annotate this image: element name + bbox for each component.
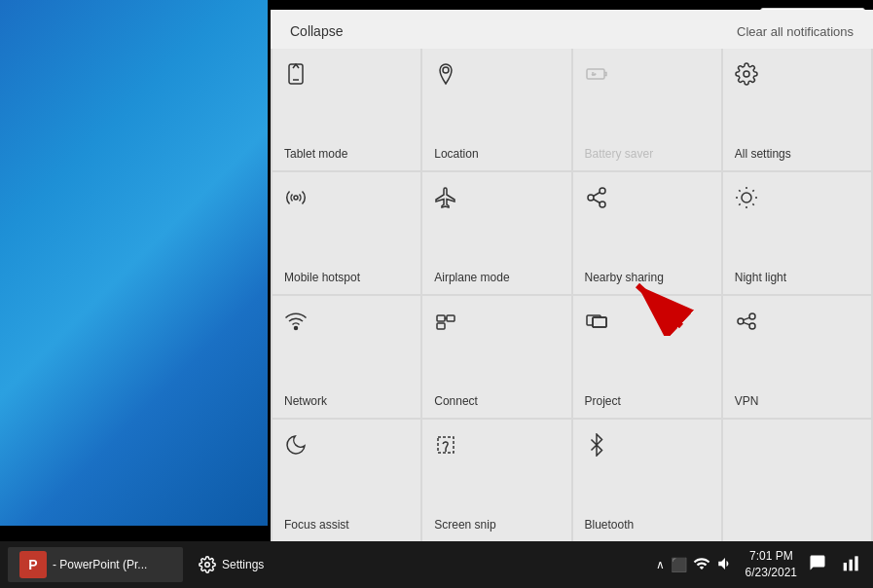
tile-screen-snip[interactable]: Screen snip	[422, 420, 570, 541]
taskbar-analytics-icon[interactable]	[838, 553, 865, 576]
ac-header: Collapse Clear all notifications	[271, 10, 873, 49]
all-settings-icon	[735, 62, 758, 92]
svg-rect-27	[593, 317, 606, 327]
svg-line-20	[752, 190, 753, 191]
svg-point-5	[744, 71, 749, 77]
tile-battery-saver-label: Battery saver	[585, 147, 654, 161]
powerpoint-icon: P	[19, 551, 47, 578]
tile-nearby-sharing-label: Nearby sharing	[585, 271, 664, 284]
taskbar-clock[interactable]: 7:01 PM 6/23/2021	[746, 548, 797, 581]
tile-tablet-mode-label: Tablet mode	[284, 147, 347, 161]
tile-night-light-label: Night light	[735, 271, 786, 284]
tile-bluetooth-label: Bluetooth	[585, 518, 635, 532]
taskbar-settings[interactable]: Settings	[187, 552, 275, 577]
mobile-hotspot-icon	[284, 186, 308, 215]
screen-snip-icon	[434, 433, 457, 462]
location-icon	[434, 62, 457, 92]
svg-point-30	[749, 313, 755, 319]
tile-airplane-mode[interactable]: Airplane mode	[422, 172, 570, 294]
display-icon[interactable]: ⬛	[671, 557, 687, 572]
svg-line-33	[744, 322, 749, 324]
svg-rect-0	[289, 64, 303, 84]
tile-battery-saver[interactable]: Battery saver	[573, 49, 721, 170]
tile-empty	[723, 420, 871, 541]
svg-rect-22	[437, 315, 445, 321]
tile-all-settings[interactable]: All settings	[723, 49, 871, 170]
quick-actions-grid: Tablet mode Location Battery saver	[271, 49, 873, 541]
taskbar-app-label: - PowerPoint (Pr...	[53, 558, 147, 571]
tile-location[interactable]: Location	[422, 49, 570, 170]
tile-nearby-sharing[interactable]: Nearby sharing	[573, 172, 721, 294]
night-light-icon	[735, 186, 758, 215]
connect-icon	[434, 310, 457, 339]
clear-all-button[interactable]: Clear all notifications	[737, 24, 854, 39]
volume-icon[interactable]	[716, 555, 734, 575]
bluetooth-icon	[585, 433, 608, 462]
svg-point-9	[600, 202, 605, 207]
taskbar-settings-label: Settings	[222, 558, 264, 571]
focus-assist-icon	[284, 433, 308, 462]
svg-line-10	[593, 200, 600, 203]
svg-line-19	[739, 203, 740, 204]
svg-line-11	[593, 193, 600, 197]
project-icon	[585, 310, 608, 339]
svg-rect-39	[850, 560, 853, 571]
tile-bluetooth[interactable]: Bluetooth	[573, 420, 721, 541]
svg-point-8	[588, 195, 594, 201]
tile-tablet-mode[interactable]: Tablet mode	[273, 49, 420, 170]
notification-center-icon[interactable]	[801, 554, 834, 575]
svg-line-32	[744, 317, 749, 319]
wifi-icon[interactable]	[693, 555, 710, 575]
svg-point-21	[295, 327, 298, 330]
tile-airplane-mode-label: Airplane mode	[434, 271, 509, 284]
nearby-sharing-icon	[585, 186, 608, 215]
svg-point-2	[443, 67, 449, 73]
clock-time: 7:01 PM	[746, 548, 797, 565]
tile-focus-assist[interactable]: Focus assist	[273, 420, 420, 541]
taskbar-powerpoint[interactable]: P - PowerPoint (Pr...	[8, 547, 183, 582]
tile-mobile-hotspot-label: Mobile hotspot	[284, 271, 360, 284]
tile-network-label: Network	[284, 394, 327, 408]
svg-line-16	[752, 203, 753, 204]
tile-all-settings-label: All settings	[735, 147, 791, 161]
svg-rect-38	[844, 563, 847, 570]
svg-point-37	[205, 563, 210, 568]
tile-connect[interactable]: Connect	[422, 296, 570, 418]
clock-date: 6/23/2021	[746, 565, 797, 581]
battery-saver-icon	[585, 62, 608, 92]
tile-vpn-label: VPN	[735, 394, 759, 408]
svg-rect-23	[447, 315, 455, 321]
svg-rect-24	[437, 323, 445, 329]
tile-vpn[interactable]: VPN	[723, 296, 871, 418]
svg-rect-40	[855, 556, 857, 570]
airplane-mode-icon	[434, 186, 457, 215]
network-icon	[284, 310, 308, 339]
tile-connect-label: Connect	[434, 394, 478, 408]
tray-overflow-icon[interactable]: ∧	[656, 558, 665, 571]
action-center: Collapse Clear all notifications Tablet …	[271, 10, 873, 541]
tile-project-label: Project	[585, 394, 621, 408]
tile-location-label: Location	[434, 147, 478, 161]
settings-gear-icon	[199, 556, 216, 573]
tile-focus-assist-label: Focus assist	[284, 518, 349, 532]
taskbar: P - PowerPoint (Pr... Settings ∧ ⬛ 7:01 …	[0, 541, 873, 588]
vpn-icon	[735, 310, 758, 339]
svg-point-29	[738, 318, 744, 324]
tile-project[interactable]: Project	[573, 296, 721, 418]
svg-point-31	[749, 323, 755, 329]
tile-night-light[interactable]: Night light	[723, 172, 871, 294]
svg-point-6	[294, 196, 298, 200]
tile-screen-snip-label: Screen snip	[434, 518, 495, 532]
desktop-background	[0, 0, 268, 526]
tablet-mode-icon	[284, 62, 308, 92]
taskbar-tray-icons: ∧ ⬛	[648, 555, 742, 575]
collapse-button[interactable]: Collapse	[290, 23, 343, 39]
svg-point-12	[742, 193, 751, 202]
svg-line-15	[739, 190, 740, 191]
tile-network[interactable]: Network	[273, 296, 420, 418]
tile-mobile-hotspot[interactable]: Mobile hotspot	[273, 172, 420, 294]
svg-point-7	[600, 188, 605, 194]
